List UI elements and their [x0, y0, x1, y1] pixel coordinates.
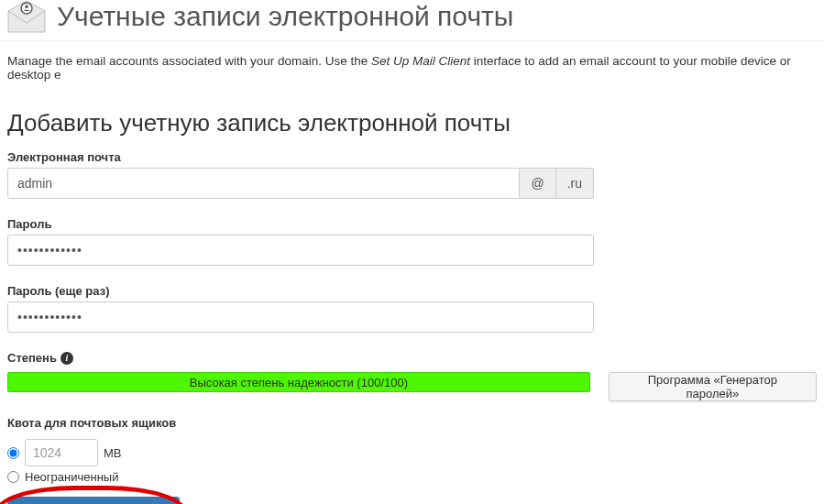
email-row: Электронная почта @ .ru [0, 147, 824, 203]
strength-label-row: Степень i [0, 342, 824, 372]
quota-fixed-row: MB [0, 437, 824, 468]
strength-row: Высокая степень надежности (100/100) Про… [0, 372, 824, 401]
quota-label-row: Квота для почтовых ящиков [0, 412, 824, 437]
password-confirm-input[interactable] [7, 301, 594, 333]
email-input-group: @ .ru [7, 168, 594, 199]
quota-label: Квота для почтовых ящиков [7, 416, 817, 430]
quota-unlimited-radio[interactable] [7, 471, 19, 483]
password-confirm-row: Пароль (еще раз) [0, 280, 824, 336]
email-input[interactable] [7, 168, 520, 199]
email-domain-addon: .ru [556, 168, 594, 199]
create-account-button[interactable]: Создать учетную запись [7, 497, 180, 504]
desc-em: Set Up Mail Client [371, 54, 470, 68]
svg-point-2 [25, 5, 27, 8]
desc-before: Manage the email accounts associated wit… [7, 54, 371, 68]
strength-label-wrap: Степень i [7, 351, 73, 365]
strength-bar: Высокая степень надежности (100/100) [7, 372, 590, 392]
svg-point-1 [21, 3, 32, 14]
password-confirm-label: Пароль (еще раз) [7, 284, 817, 298]
page-header: Учетные записи электронной почты [0, 0, 824, 41]
quota-unlimited-row: Неограниченный [0, 468, 824, 486]
email-accounts-icon [7, 0, 46, 33]
email-at-addon: @ [520, 168, 555, 199]
add-account-heading: Добавить учетную запись электронной почт… [7, 109, 817, 137]
strength-text: Высокая степень надежности (100/100) [190, 376, 408, 389]
email-label: Электронная почта [7, 150, 817, 164]
quota-unlimited-label: Неограниченный [25, 470, 118, 484]
password-generator-button[interactable]: Программа «Генератор паролей» [609, 372, 817, 401]
strength-label: Степень [7, 351, 57, 365]
quota-unit: MB [104, 446, 122, 460]
quota-fixed-radio[interactable] [7, 447, 19, 459]
password-input[interactable] [7, 235, 594, 266]
quota-input[interactable] [25, 439, 98, 466]
password-row: Пароль [0, 214, 824, 269]
page-title: Учетные записи электронной почты [57, 1, 513, 32]
submit-wrap: Создать учетную запись [0, 486, 211, 504]
password-label: Пароль [7, 217, 817, 231]
page-description: Manage the email accounts associated wit… [0, 41, 824, 82]
info-icon[interactable]: i [60, 352, 73, 365]
